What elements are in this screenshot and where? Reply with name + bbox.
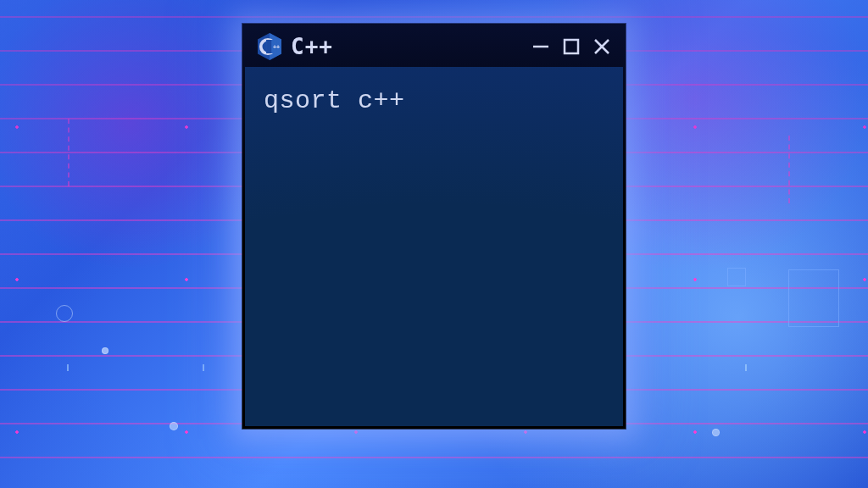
- close-button[interactable]: [593, 37, 611, 56]
- terminal-window: ++ C++ qsort c++: [242, 24, 626, 429]
- close-icon: [593, 37, 611, 56]
- window-title: C++: [291, 34, 333, 59]
- bg-line-dashed: [68, 119, 73, 186]
- maximize-button[interactable]: [562, 37, 581, 56]
- bg-node-dot: [712, 429, 720, 436]
- svg-rect-7: [565, 40, 578, 53]
- bg-node-rect-small: [727, 268, 746, 286]
- svg-rect-4: [266, 40, 271, 53]
- terminal-body[interactable]: qsort c++: [245, 67, 623, 426]
- bg-line-dashed: [788, 136, 793, 203]
- maximize-icon: [562, 37, 581, 56]
- bg-node-dot: [170, 422, 178, 430]
- cpp-hex-logo-icon: ++: [257, 32, 282, 61]
- bg-node-circle: [56, 305, 73, 322]
- bg-node-rect: [788, 269, 839, 327]
- terminal-content-line: qsort c++: [264, 86, 405, 115]
- titlebar[interactable]: ++ C++: [245, 26, 623, 67]
- svg-text:++: ++: [273, 44, 280, 50]
- titlebar-left: ++ C++: [257, 32, 333, 61]
- bg-node-dot: [102, 347, 108, 354]
- window-controls: [531, 37, 611, 56]
- minimize-icon: [531, 37, 550, 56]
- minimize-button[interactable]: [531, 37, 550, 56]
